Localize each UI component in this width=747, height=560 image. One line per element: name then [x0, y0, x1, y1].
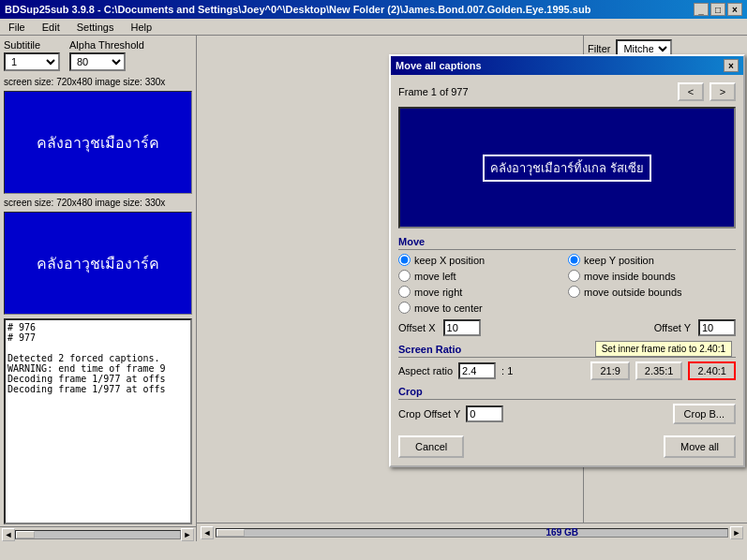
crop-b-button[interactable]: Crop B... — [673, 404, 736, 424]
subtitle-control: Subtitile 1 — [4, 39, 60, 71]
move-right-label: move right — [414, 287, 462, 298]
dialog-title-bar: Move all captions × — [391, 56, 743, 75]
nav-prev-button[interactable]: < — [678, 82, 704, 101]
crop-section-label: Crop — [398, 386, 736, 400]
ratio-21-9-btn[interactable]: 21:9 — [590, 361, 629, 380]
menu-edit[interactable]: Edit — [38, 21, 64, 34]
scroll-thumb[interactable] — [16, 531, 35, 538]
center-area: Filter Mitchell d: no d: no คลังอาวุชเมื… — [197, 36, 747, 541]
move-section-label: Move — [398, 236, 736, 250]
menu-help[interactable]: Help — [127, 21, 156, 34]
subtitle-preview-1: คลังอาวุชเมืองาร์ค — [4, 91, 192, 194]
move-all-dialog: Move all captions × Frame 1 of 977 < > ค… — [389, 54, 745, 467]
menu-bar: File Edit Settings Help — [0, 19, 747, 36]
subtitle-label: Subtitile — [4, 39, 60, 51]
left-panel: Subtitile 1 Alpha Threshold 80 screen si… — [0, 36, 197, 541]
dialog-title: Move all captions — [396, 60, 482, 71]
move-outside-radio-row: move outside bounds — [568, 286, 736, 298]
move-right-radio[interactable] — [398, 286, 411, 298]
alpha-label: Alpha Threshold — [69, 39, 144, 51]
offset-x-label: Offset X — [398, 322, 436, 333]
ratio-row: Aspect ratio : 1 21:9 2.35:1 2.40:1 Set … — [398, 361, 736, 380]
crop-offset-label: Crop Offset Y — [398, 408, 460, 420]
move-inside-label: move inside bounds — [584, 271, 676, 282]
move-outside-label: move outside bounds — [584, 287, 682, 298]
thai-text-2: คลังอาวุชเมืองาร์ค — [37, 252, 159, 275]
window-title: BDSup25sub 3.9.8 - C:\Documents and Sett… — [5, 4, 590, 15]
move-left-column: keep X position move left move right — [398, 254, 566, 314]
keep-y-radio-row: keep Y position — [568, 254, 736, 266]
thai-text-1: คลังอาวุชเมืองาร์ค — [37, 131, 159, 155]
move-section: Move keep X position move left — [398, 236, 736, 336]
offset-y-input[interactable]: 10 — [698, 319, 736, 336]
log-line: Decoding frame 1/977 at offs — [7, 374, 188, 384]
move-all-button[interactable]: Move all — [664, 435, 736, 458]
scroll-left-btn[interactable]: ◄ — [2, 528, 15, 541]
log-line: # 976 — [7, 322, 188, 332]
log-line: WARNING: end time of frame 9 — [7, 363, 188, 374]
filter-label: Filter — [588, 43, 610, 54]
aspect-ratio-label: Aspect ratio — [398, 365, 453, 376]
log-line — [7, 343, 188, 353]
ratio-235-btn[interactable]: 2.35:1 — [635, 361, 683, 380]
move-inside-radio-row: move inside bounds — [568, 270, 736, 282]
screen-info-1: screen size: 720x480 image size: 330x — [0, 75, 196, 89]
alpha-control: Alpha Threshold 80 — [69, 39, 144, 71]
window-controls: _ □ × — [694, 3, 742, 16]
alpha-select[interactable]: 80 — [69, 52, 126, 71]
bottom-scroll-thumb[interactable] — [217, 529, 245, 537]
scroll-right-btn[interactable]: ► — [181, 528, 194, 541]
frame-info: Frame 1 of 977 — [398, 86, 469, 97]
menu-settings[interactable]: Settings — [73, 21, 118, 34]
subtitle-select[interactable]: 1 — [4, 52, 60, 71]
move-right-column: keep Y position move inside bounds move … — [568, 254, 736, 314]
move-outside-radio[interactable] — [568, 286, 580, 298]
dialog-close-button[interactable]: × — [724, 59, 739, 72]
bottom-bar: ◄ ► 169 GB — [197, 523, 747, 541]
maximize-button[interactable]: □ — [710, 3, 725, 16]
crop-section: Crop Crop Offset Y Crop B... — [398, 386, 736, 424]
crop-row: Crop Offset Y Crop B... — [398, 404, 736, 424]
ratio-240-container: 2.40:1 Set inner frame ratio to 2.40:1 — [688, 361, 736, 380]
bottom-scrollbar-left[interactable]: ◄ ► — [0, 526, 196, 541]
keep-x-radio[interactable] — [398, 254, 411, 266]
hscroll-left-btn[interactable]: ◄ — [201, 526, 214, 539]
move-left-radio[interactable] — [398, 270, 411, 282]
offset-x-input[interactable]: 10 — [443, 319, 481, 336]
colon-label: : 1 — [501, 365, 513, 376]
move-right-radio-row: move right — [398, 286, 566, 298]
close-button[interactable]: × — [727, 3, 742, 16]
frame-nav: Frame 1 of 977 < > — [398, 82, 736, 101]
menu-file[interactable]: File — [5, 21, 29, 34]
screen-ratio-section: Screen Ratio Aspect ratio : 1 21:9 2.35:… — [398, 344, 736, 380]
dialog-buttons: Cancel Move all — [398, 432, 736, 458]
log-line: Detected 2 forced captions. — [7, 353, 188, 363]
move-inside-radio[interactable] — [568, 270, 580, 282]
move-center-radio[interactable] — [398, 302, 411, 314]
hscroll-right-btn[interactable]: ► — [730, 526, 743, 539]
aspect-ratio-input[interactable] — [458, 362, 496, 379]
offset-row: Offset X 10 Offset Y 10 — [398, 319, 736, 336]
cancel-button[interactable]: Cancel — [398, 435, 464, 458]
bottom-scrollbar[interactable] — [216, 528, 728, 538]
preview-caption: คลังอาวุชเมือาร์ทิ้งเกล รัสเซีย — [483, 155, 651, 182]
offset-y-label: Offset Y — [654, 322, 691, 333]
crop-offset-input[interactable] — [466, 405, 503, 422]
ratio-240-btn[interactable]: 2.40:1 — [688, 361, 736, 380]
log-area[interactable]: # 976 # 977 Detected 2 forced captions. … — [4, 318, 192, 524]
nav-next-button[interactable]: > — [710, 82, 736, 101]
log-line: # 977 — [7, 332, 188, 343]
keep-x-label: keep X position — [414, 255, 485, 266]
keep-y-radio[interactable] — [568, 254, 580, 266]
move-center-radio-row: move to center — [398, 302, 566, 314]
left-top-controls: Subtitile 1 Alpha Threshold 80 — [0, 36, 196, 75]
minimize-button[interactable]: _ — [694, 3, 709, 16]
log-line: Decoding frame 1/977 at offs — [7, 384, 188, 394]
dialog-body: Frame 1 of 977 < > คลังอาวุชเมือาร์ทิ้งเ… — [391, 75, 743, 465]
move-options-grid: keep X position move left move right — [398, 254, 736, 314]
title-bar: BDSup25sub 3.9.8 - C:\Documents and Sett… — [0, 0, 747, 19]
screen-info-2: screen size: 720x480 image size: 330x — [0, 196, 196, 210]
move-center-label: move to center — [414, 302, 483, 314]
keep-y-label: keep Y position — [584, 255, 654, 266]
file-size-indicator: 169 GB — [546, 527, 578, 538]
